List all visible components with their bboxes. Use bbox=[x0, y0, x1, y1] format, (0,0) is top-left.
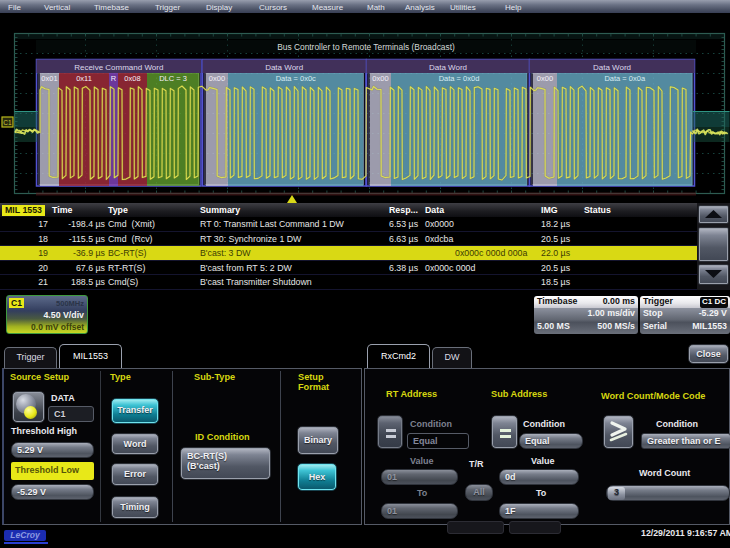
svg-text:Data = 0x0a: Data = 0x0a bbox=[604, 74, 645, 83]
svg-text:Data Word: Data Word bbox=[429, 63, 467, 72]
svg-text:Receive Command Word: Receive Command Word bbox=[74, 63, 163, 72]
svg-text:C1: C1 bbox=[3, 119, 12, 126]
svg-text:Data = 0x0d: Data = 0x0d bbox=[439, 74, 480, 83]
svg-text:Bus Controller to Remote Termi: Bus Controller to Remote Terminals (Broa… bbox=[277, 42, 455, 52]
svg-text:DLC = 3: DLC = 3 bbox=[159, 74, 187, 83]
svg-text:Data = 0x0c: Data = 0x0c bbox=[276, 74, 316, 83]
svg-text:0x00: 0x00 bbox=[209, 74, 225, 83]
svg-text:0x00: 0x00 bbox=[537, 74, 553, 83]
svg-text:0x11: 0x11 bbox=[76, 74, 92, 83]
svg-text:0x08: 0x08 bbox=[124, 74, 140, 83]
svg-text:0x01: 0x01 bbox=[41, 74, 57, 83]
svg-text:Data Word: Data Word bbox=[593, 63, 631, 72]
svg-text:R: R bbox=[111, 74, 117, 83]
svg-text:Data Word: Data Word bbox=[265, 63, 303, 72]
svg-text:0x00: 0x00 bbox=[372, 74, 388, 83]
